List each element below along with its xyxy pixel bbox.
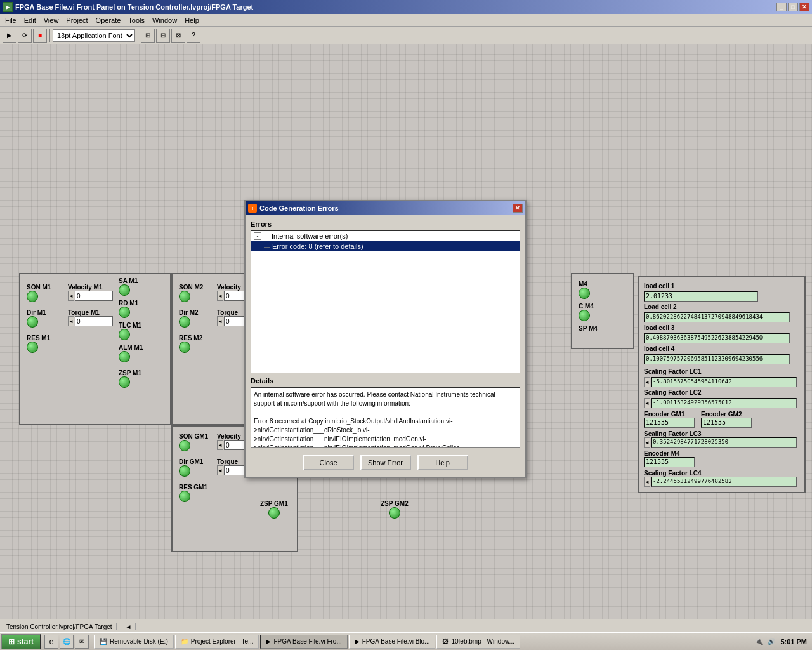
- taskbar-label-3: FPGA Base File.vi Blo...: [362, 638, 430, 645]
- taskbar-item-3[interactable]: ▶ FPGA Base File.vi Blo...: [349, 635, 436, 649]
- menu-tools[interactable]: Tools: [124, 15, 148, 25]
- quick-launch: e 🌐 ✉: [44, 635, 89, 649]
- tree-expand-icon[interactable]: -: [254, 232, 261, 240]
- menu-project[interactable]: Project: [62, 15, 91, 25]
- close-button[interactable]: ✕: [799, 3, 809, 11]
- details-text: An internal software error has occurred.…: [254, 390, 517, 408]
- taskbar-item-4[interactable]: 🖼 10feb.bmp - Window...: [436, 635, 520, 649]
- font-selector[interactable]: 13pt Application Font: [53, 29, 135, 42]
- align-button[interactable]: ⊞: [141, 29, 155, 43]
- run-continuous-button[interactable]: ⟳: [18, 29, 32, 43]
- show-error-button[interactable]: Show Error: [360, 455, 411, 470]
- window-title: FPGA Base File.vi Front Panel on Tension…: [15, 3, 253, 11]
- taskbar-item-2[interactable]: ▶ FPGA Base File.vi Fro...: [260, 635, 347, 649]
- email-icon[interactable]: ✉: [75, 635, 89, 649]
- status-project: Tension Controller.lvproj/FPGA Target: [3, 623, 117, 630]
- start-windows-icon: ⊞: [8, 637, 15, 646]
- error-tree-child[interactable]: — Error code: 8 (refer to details): [251, 241, 520, 251]
- toolbar: ▶ ⟳ ■ 13pt Application Font ⊞ ⊟ ⊠ ?: [0, 27, 812, 44]
- help-button[interactable]: Help: [417, 455, 468, 470]
- dialog-body: Errors - — Internal software error(s) — …: [246, 215, 525, 477]
- details-box: An internal software error has occurred.…: [251, 387, 520, 448]
- start-label: start: [17, 637, 34, 646]
- browser-icon[interactable]: 🌐: [60, 635, 74, 649]
- title-buttons: _ □ ✕: [776, 3, 809, 11]
- taskbar-icon-4: 🖼: [442, 638, 449, 645]
- details-error-text: Error 8 occurred at Copy in nicrio_Stock…: [254, 417, 517, 448]
- errors-section-label: Errors: [251, 220, 520, 228]
- sound-icon: 🔊: [768, 638, 775, 645]
- status-arrow: ◄: [122, 623, 136, 630]
- reorder-button[interactable]: ⊠: [171, 29, 185, 43]
- menu-view[interactable]: View: [40, 15, 63, 25]
- error-child-label: Error code: 8 (refer to details): [272, 242, 363, 250]
- dialog-buttons: Close Show Error Help: [251, 453, 520, 472]
- start-button[interactable]: ⊞ start: [1, 634, 41, 649]
- taskbar-label-0: Removable Disk (E:): [110, 638, 168, 645]
- close-button[interactable]: Close: [303, 455, 354, 470]
- taskbar: ⊞ start e 🌐 ✉ 💾 Removable Disk (E:) 📁 Pr…: [0, 632, 812, 650]
- details-section-label: Details: [251, 377, 520, 385]
- clock: 5:01 PM: [780, 638, 807, 646]
- stop-button[interactable]: ■: [33, 29, 47, 43]
- status-bar: Tension Controller.lvproj/FPGA Target ◄: [0, 621, 812, 632]
- title-bar: ▶ FPGA Base File.vi Front Panel on Tensi…: [0, 0, 812, 14]
- menu-edit[interactable]: Edit: [20, 15, 40, 25]
- taskbar-label-4: 10feb.bmp - Window...: [451, 638, 514, 645]
- help-context-button[interactable]: ?: [187, 29, 200, 43]
- tree-dash-2: —: [264, 243, 270, 250]
- dialog-title-bar: ! Code Generation Errors ✕: [246, 201, 525, 215]
- menu-window[interactable]: Window: [148, 15, 181, 25]
- taskbar-label-1: Project Explorer - Te...: [191, 638, 254, 645]
- app-icon: ▶: [3, 2, 13, 12]
- error-parent-label: Internal software error(s): [272, 232, 348, 240]
- tree-dash-1: —: [263, 233, 270, 240]
- error-tree[interactable]: - — Internal software error(s) — Error c…: [251, 230, 520, 373]
- menu-file[interactable]: File: [1, 15, 20, 25]
- menu-bar: File Edit View Project Operate Tools Win…: [0, 14, 812, 27]
- taskbar-item-1[interactable]: 📁 Project Explorer - Te...: [175, 635, 259, 649]
- maximize-button[interactable]: □: [788, 3, 798, 11]
- taskbar-label-2: FPGA Base File.vi Fro...: [273, 638, 341, 645]
- minimize-button[interactable]: _: [776, 3, 787, 11]
- dialog-title: Code Generation Errors: [259, 204, 339, 212]
- toolbar-separator-1: [49, 29, 50, 42]
- code-generation-errors-dialog: ! Code Generation Errors ✕ Errors - — In…: [244, 200, 527, 478]
- taskbar-icon-1: 📁: [181, 638, 188, 645]
- taskbar-icon-2: ▶: [266, 638, 271, 645]
- taskbar-right: 🔌 🔊 5:01 PM: [750, 638, 812, 646]
- dialog-close-x-button[interactable]: ✕: [513, 204, 523, 213]
- taskbar-icon-3: ▶: [355, 638, 360, 645]
- distribute-button[interactable]: ⊟: [156, 29, 170, 43]
- menu-help[interactable]: Help: [181, 15, 203, 25]
- main-canvas: SON M1 Dir M1 RES M1 Velocity M1 ◄ 0 Tor…: [0, 44, 812, 619]
- taskbar-items: 💾 Removable Disk (E:) 📁 Project Explorer…: [94, 635, 747, 649]
- dialog-icon: !: [248, 204, 257, 213]
- toolbar-separator-2: [138, 29, 138, 42]
- taskbar-icon-0: 💾: [100, 638, 107, 645]
- taskbar-item-0[interactable]: 💾 Removable Disk (E:): [94, 635, 174, 649]
- menu-operate[interactable]: Operate: [92, 15, 125, 25]
- modal-overlay: ! Code Generation Errors ✕ Errors - — In…: [0, 44, 812, 619]
- error-tree-parent[interactable]: - — Internal software error(s): [251, 231, 520, 241]
- run-button[interactable]: ▶: [3, 29, 16, 43]
- ie-icon[interactable]: e: [44, 635, 58, 649]
- network-icon: 🔌: [755, 638, 763, 645]
